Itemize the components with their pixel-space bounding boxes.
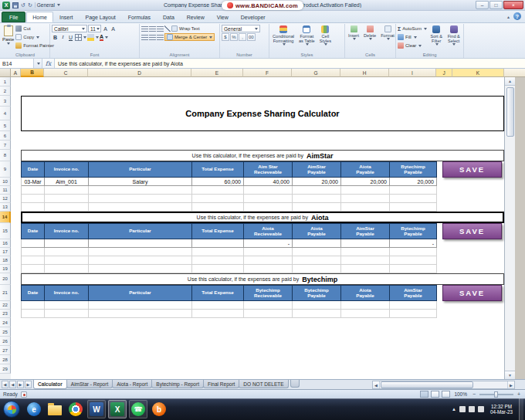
vertical-scroll-thumb[interactable] <box>506 87 514 137</box>
cell[interactable] <box>22 256 45 264</box>
normal-view-icon[interactable] <box>420 391 428 398</box>
cell[interactable] <box>390 256 437 264</box>
cell[interactable] <box>22 195 45 202</box>
table-column-header[interactable]: BytechimpPayable <box>390 224 437 239</box>
cell[interactable] <box>244 248 293 256</box>
scroll-left-icon[interactable]: ◀ <box>373 381 380 388</box>
whatsapp-taskbar-button[interactable]: ☎ <box>129 400 147 418</box>
autosum-button[interactable]: ΣAutoSum <box>398 25 427 32</box>
scroll-up-icon[interactable]: ▲ <box>505 77 515 86</box>
row-header-27[interactable]: 27 <box>0 346 11 355</box>
cell[interactable]: 03-Mar <box>22 178 45 185</box>
find-select-button[interactable]: Find & Select <box>445 25 462 52</box>
cell[interactable] <box>192 203 244 211</box>
name-box[interactable]: B14 <box>0 59 34 68</box>
ribbon-tab[interactable]: Insert <box>53 12 80 22</box>
formula-input[interactable]: Use this calculator, if the expenses are… <box>55 59 525 68</box>
orientation-icon[interactable] <box>164 25 171 32</box>
column-header-D[interactable]: D <box>88 69 191 77</box>
minimize-ribbon-icon[interactable]: ▴ <box>507 14 510 19</box>
section-intro-bytechimp[interactable]: Use this calculator, if the expenses are… <box>21 273 504 285</box>
sheet-tab[interactable]: Bytechimp - Report <box>151 380 204 388</box>
ribbon-tab[interactable]: Formulas <box>122 12 157 22</box>
table-column-header[interactable]: BytechimpRecieveable <box>244 286 293 301</box>
cell[interactable] <box>341 301 390 309</box>
cell[interactable] <box>244 195 293 202</box>
cell[interactable] <box>192 195 244 202</box>
row-header-25[interactable]: 25 <box>0 327 11 337</box>
cell[interactable]: 20,000 <box>341 178 390 185</box>
cell[interactable] <box>390 186 437 194</box>
cell[interactable] <box>89 186 192 194</box>
help-icon[interactable]: ? <box>513 12 521 20</box>
page-layout-view-icon[interactable] <box>431 391 439 398</box>
cell[interactable] <box>293 195 341 202</box>
cell[interactable] <box>22 203 45 211</box>
sort-filter-button[interactable]: Sort & Filter <box>428 25 445 52</box>
column-header-J[interactable]: J <box>436 69 452 77</box>
wrap-text-button[interactable]: Wrap Text <box>171 25 200 32</box>
cell[interactable] <box>192 239 244 247</box>
column-header-F[interactable]: F <box>243 69 292 77</box>
cell[interactable] <box>22 248 45 256</box>
cell[interactable]: 40,000 <box>244 178 293 185</box>
cell[interactable] <box>293 186 341 194</box>
cell[interactable]: - <box>244 239 293 247</box>
row-header-24[interactable]: 24 <box>0 318 11 327</box>
horizontal-scroll-thumb[interactable] <box>381 381 473 388</box>
table-column-header[interactable]: AiotaPayable <box>293 224 341 239</box>
table-column-header[interactable]: BytechimpPayable <box>293 286 341 301</box>
cell[interactable] <box>293 203 341 211</box>
cell[interactable] <box>22 239 45 247</box>
column-header-E[interactable]: E <box>191 69 243 77</box>
row-header-5[interactable]: 5 <box>0 120 11 131</box>
table-column-header[interactable]: Invoice no. <box>45 162 89 178</box>
ribbon-tab[interactable]: Page Layout <box>79 12 121 22</box>
table-column-header[interactable]: Total Expense <box>192 162 244 178</box>
section-intro-aimstar[interactable]: Use this calculator, if the expenses are… <box>21 150 504 161</box>
cell[interactable] <box>341 248 390 256</box>
borders-icon[interactable] <box>75 34 82 41</box>
fx-icon[interactable]: fx <box>42 59 55 68</box>
row-header-22[interactable]: 22 <box>0 301 11 310</box>
column-header-A[interactable]: A <box>11 69 21 77</box>
shrink-font-button[interactable]: A <box>110 25 117 32</box>
table-column-header[interactable]: Total Expense <box>192 286 244 301</box>
row-header-28[interactable]: 28 <box>0 355 11 364</box>
ribbon-tab[interactable]: File <box>2 12 25 22</box>
row-header-15[interactable]: 15 <box>0 223 11 239</box>
zoom-level[interactable]: 100% <box>454 391 467 397</box>
percent-icon[interactable]: % <box>230 33 238 41</box>
cell[interactable] <box>390 310 437 317</box>
delete-cells-button[interactable]: Delete <box>362 25 378 52</box>
cell[interactable] <box>45 310 89 317</box>
section-intro-aiota-selected-cell[interactable]: Use this calculator, if the expenses are… <box>21 212 504 223</box>
cell[interactable] <box>293 265 341 273</box>
minimize-button[interactable]: – <box>476 1 489 9</box>
underline-button[interactable]: U <box>67 33 74 41</box>
cell[interactable] <box>192 248 244 256</box>
decimal-icon[interactable]: 00 <box>247 33 256 41</box>
bold-button[interactable]: B <box>52 33 59 41</box>
cell[interactable] <box>341 239 390 247</box>
cell[interactable] <box>341 265 390 273</box>
cell[interactable]: 20,000 <box>293 178 341 185</box>
page-break-view-icon[interactable] <box>442 391 450 398</box>
column-header-B[interactable]: B <box>21 69 44 77</box>
cell[interactable] <box>341 310 390 317</box>
language-icon[interactable] <box>478 406 484 412</box>
empty-rows-1-2[interactable] <box>11 77 504 96</box>
row-header-12[interactable]: 12 <box>0 195 11 203</box>
cell[interactable] <box>89 203 192 211</box>
align-left-icon[interactable] <box>141 35 148 40</box>
row-header-19[interactable]: 19 <box>0 265 11 273</box>
volume-icon[interactable] <box>469 406 475 412</box>
cell[interactable] <box>293 239 341 247</box>
zoom-slider-thumb[interactable] <box>494 391 498 398</box>
table-column-header[interactable]: Date <box>22 162 45 178</box>
redo-icon[interactable]: ↻ <box>28 2 32 9</box>
save-button[interactable]: SAVE <box>442 161 502 178</box>
insert-cells-button[interactable]: Insert <box>347 25 361 52</box>
cell-styles-button[interactable]: Cell Styles <box>318 25 333 52</box>
align-middle-icon[interactable] <box>149 26 156 32</box>
